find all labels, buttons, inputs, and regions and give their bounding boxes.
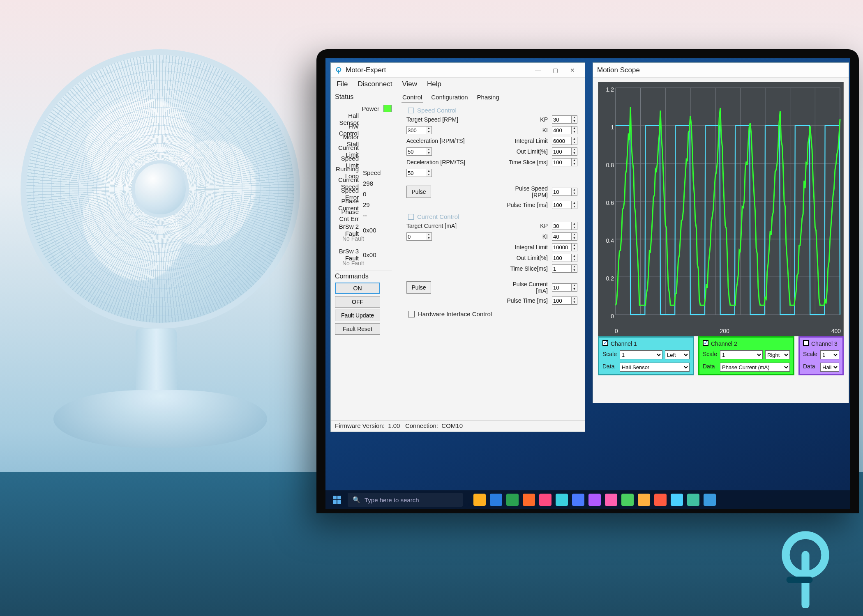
titlebar[interactable]: Motor-Expert — ▢ ✕ [331,63,585,78]
accel-input[interactable] [406,147,426,156]
cc-kp-input[interactable] [552,222,572,230]
spinner-arrows-icon[interactable]: ▲▼ [572,297,577,305]
pulse-current-input[interactable] [552,283,572,292]
taskbar-app-7[interactable] [588,494,601,506]
spinner-arrows-icon[interactable]: ▲▼ [572,254,577,262]
speed-pulse-button[interactable]: Pulse [406,186,431,198]
taskbar-search[interactable]: 🔍 Type here to search [348,493,463,507]
taskbar-app-10[interactable] [638,494,650,506]
cc-timeslice-input[interactable] [552,264,572,273]
spinner-arrows-icon[interactable]: ▲▼ [572,158,577,166]
spinner-arrows-icon[interactable]: ▲▼ [572,147,577,156]
taskbar-app-14[interactable] [704,494,716,506]
start-button[interactable] [329,496,345,504]
spinner-arrows-icon[interactable]: ▲▼ [572,201,577,209]
channel-1-align-select[interactable]: Left [665,350,690,359]
taskbar-app-1[interactable] [490,494,502,506]
windows-icon [333,496,341,504]
window-title: Motor-Expert [346,66,386,74]
target-current-label: Target Current [mA] [404,223,498,229]
spinner-arrows-icon[interactable]: ▲▼ [426,126,432,134]
motor-expert-window: Motor-Expert — ▢ ✕ File Disconnect View … [330,62,585,432]
fault-update-button[interactable]: Fault Update [335,310,380,321]
fw-value: 1.00 [388,422,400,429]
taskbar-app-12[interactable] [671,494,683,506]
channel-3-data-select[interactable]: Hall Sen [820,363,839,372]
target-speed-input[interactable] [406,126,426,134]
spinner-arrows-icon[interactable]: ▲▼ [426,147,432,156]
channel-3-scale-select[interactable]: 1 [820,350,839,359]
spinner-arrows-icon[interactable]: ▲▼ [572,115,577,124]
channel-1-data-select[interactable]: Hall Sensor [620,363,690,372]
spinner-arrows-icon[interactable]: ▲▼ [572,243,577,251]
current-control-checkbox[interactable] [408,214,414,220]
sc-pulsetime-input[interactable] [552,201,572,209]
menu-help[interactable]: Help [427,80,441,88]
tab-phasing[interactable]: Phasing [476,92,500,103]
taskbar-app-0[interactable] [473,494,486,506]
channel-3-checkbox[interactable] [803,340,809,346]
taskbar-app-4[interactable] [539,494,551,506]
minimize-button[interactable]: — [530,64,546,76]
taskbar-app-11[interactable] [654,494,667,506]
status-runloop-value: Speed [363,169,392,176]
sc-kp-input[interactable] [552,115,572,124]
target-current-input[interactable] [406,232,426,241]
channel-2-scale-select[interactable]: 1 [720,350,763,359]
spinner-arrows-icon[interactable]: ▲▼ [572,188,577,196]
spinner-arrows-icon[interactable]: ▲▼ [572,222,577,230]
sc-ki-input[interactable] [552,126,572,134]
status-brsw3-value: 0x00 [363,251,392,258]
off-button[interactable]: OFF [335,296,380,308]
spinner-arrows-icon[interactable]: ▲▼ [572,232,577,241]
commands-heading: Commands [335,273,392,280]
power-led-icon [383,105,392,112]
spinner-arrows-icon[interactable]: ▲▼ [426,232,432,241]
spinner-arrows-icon[interactable]: ▲▼ [572,283,577,292]
speed-control-checkbox[interactable] [408,108,414,113]
on-button[interactable]: ON [335,283,380,294]
decel-input[interactable] [406,169,426,177]
scope-titlebar[interactable]: Motion Scope [593,63,849,78]
cc-ki-input[interactable] [552,232,572,241]
scope-plot[interactable]: 1.210.80.60.40.20 0200400 [598,82,844,336]
spinner-arrows-icon[interactable]: ▲▼ [572,126,577,134]
cc-intlim-input[interactable] [552,243,572,251]
taskbar-app-3[interactable] [523,494,535,506]
sc-intlim-input[interactable] [552,137,572,145]
tab-configuration[interactable]: Configuration [430,92,468,103]
spinner-arrows-icon[interactable]: ▲▼ [572,264,577,273]
sc-timeslice-input[interactable] [552,158,572,166]
channel-1-checkbox[interactable] [602,340,608,346]
menu-file[interactable]: File [337,80,348,88]
channel-1-scale-select[interactable]: 1 [620,350,662,359]
channel-2-checkbox[interactable] [703,340,708,346]
spinner-arrows-icon[interactable]: ▲▼ [572,137,577,145]
sc-outlim-input[interactable] [552,147,572,156]
current-pulse-button[interactable]: Pulse [406,281,431,294]
channel-2-align-select[interactable]: Right [765,350,790,359]
status-brsw3-label: BrSw 3 Fault [335,248,359,262]
hw-interface-checkbox[interactable] [408,311,415,317]
close-button[interactable]: ✕ [564,64,581,76]
menu-view[interactable]: View [402,80,418,88]
cc-outlim-input[interactable] [552,254,572,262]
pulse-speed-input[interactable] [552,188,572,196]
taskbar-app-8[interactable] [605,494,617,506]
fault-reset-button[interactable]: Fault Reset [335,323,380,335]
taskbar-app-2[interactable] [506,494,519,506]
channel-2-data-select[interactable]: Phase Current (mA) [720,363,790,372]
maximize-button[interactable]: ▢ [547,64,563,76]
menu-disconnect[interactable]: Disconnect [358,80,392,88]
brand-logo-icon [773,526,838,608]
spinner-arrows-icon[interactable]: ▲▼ [426,169,432,177]
taskbar-app-9[interactable] [621,494,634,506]
desktop: Motor-Expert — ▢ ✕ File Disconnect View … [325,58,850,509]
cc-pulsetime-input[interactable] [552,297,572,305]
tab-control[interactable]: Control [402,92,423,103]
taskbar-app-5[interactable] [556,494,568,506]
status-phasecurr-value: 29 [363,201,392,208]
taskbar-app-6[interactable] [572,494,584,506]
taskbar-app-13[interactable] [687,494,699,506]
status-brsw3-msg: No Fault [335,260,392,267]
